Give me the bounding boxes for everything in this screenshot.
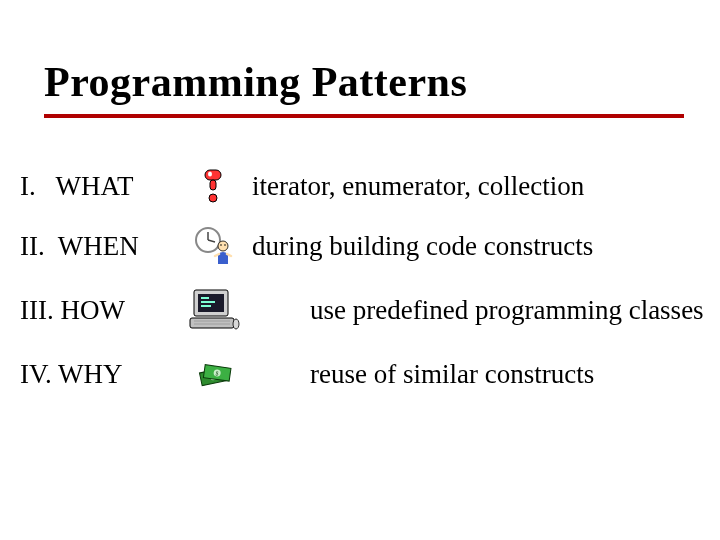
title-block: Programming Patterns — [0, 0, 720, 106]
svg-rect-1 — [210, 180, 216, 190]
item-desc: during building code constructs — [248, 231, 593, 262]
money-icon: $ — [180, 354, 248, 394]
item-label: II. WHEN — [20, 231, 180, 262]
question-mark-icon — [180, 168, 248, 204]
item-desc: reuse of similar constructs — [248, 359, 594, 390]
item-label: III. HOW — [20, 295, 180, 326]
list-item: III. HOW use predefined programming clas… — [20, 288, 720, 332]
content-list: I. WHAT iterator, enumerator, collection… — [0, 118, 720, 394]
svg-point-8 — [220, 244, 222, 246]
svg-rect-16 — [201, 305, 211, 307]
svg-point-9 — [224, 244, 226, 246]
slide-title: Programming Patterns — [44, 58, 720, 106]
item-desc: use predefined programming classes — [248, 295, 704, 326]
svg-point-2 — [209, 194, 217, 202]
svg-point-20 — [233, 319, 239, 329]
svg-rect-0 — [205, 170, 221, 180]
list-item: II. WHEN during building code constructs — [20, 226, 720, 266]
list-item: I. WHAT iterator, enumerator, collection — [20, 168, 720, 204]
item-desc: iterator, enumerator, collection — [248, 171, 584, 202]
svg-point-3 — [208, 172, 212, 177]
svg-rect-17 — [190, 318, 234, 328]
svg-point-7 — [218, 241, 228, 251]
item-label: I. WHAT — [20, 171, 180, 202]
svg-rect-15 — [201, 301, 215, 303]
list-item: IV. WHY $ reuse of similar constructs — [20, 354, 720, 394]
clock-person-icon — [180, 226, 248, 266]
computer-icon — [180, 288, 248, 332]
svg-rect-14 — [201, 297, 209, 299]
item-label: IV. WHY — [20, 359, 180, 390]
